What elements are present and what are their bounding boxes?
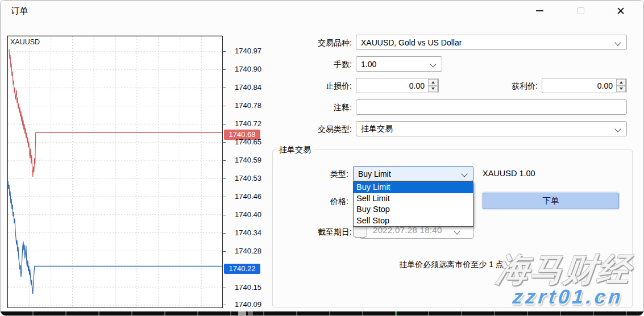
axis-price-label: 1740.28 — [235, 247, 261, 255]
trade-type-label: 交易类型: — [273, 124, 352, 135]
arrow-up-icon — [620, 81, 623, 84]
expiry-label: 截至期日: — [273, 227, 352, 238]
spinner-down-button[interactable] — [616, 86, 626, 93]
stop-loss-label: 止损价: — [273, 81, 352, 92]
arrow-down-icon — [620, 88, 623, 90]
minimize-button[interactable] — [526, 1, 552, 21]
symbol-label: 交易品种: — [273, 38, 352, 48]
take-profit-spinner — [616, 79, 626, 92]
chevron-down-icon — [454, 228, 460, 234]
volume-combobox[interactable]: 1.00 — [356, 56, 442, 72]
background-time-axis — [1, 311, 644, 316]
axis-price-label: 1740.78 — [235, 101, 261, 110]
axis-tick — [223, 215, 226, 215]
close-button[interactable]: ✕ — [608, 1, 634, 21]
order-type-dropdown: Buy LimitSell LimitBuy StopSell Stop — [353, 181, 473, 227]
arrow-down-icon — [431, 88, 435, 90]
take-profit-label: 获利价: — [459, 81, 538, 92]
axis-price-label: 1740.97 — [235, 47, 261, 55]
spinner-up-button[interactable] — [428, 79, 438, 86]
axis-tick — [223, 178, 226, 179]
window-title: 订单 — [11, 6, 28, 16]
axis-tick — [223, 106, 226, 106]
axis-price-label: 1740.53 — [235, 174, 261, 182]
axis-price-label: 1740.15 — [235, 283, 261, 292]
axis-price-label: 1740.65 — [235, 138, 261, 146]
comment-input[interactable] — [356, 99, 627, 115]
taskbar-segment — [248, 311, 253, 316]
order-type-label: 类型: — [270, 169, 348, 180]
bid-tick-line — [8, 181, 222, 294]
pending-order-group-title: 挂单交易 — [276, 145, 314, 155]
taskbar-segment — [238, 311, 246, 316]
time-axis-marker — [395, 311, 397, 316]
maximize-button[interactable] — [568, 1, 594, 21]
axis-tick — [223, 51, 226, 52]
price-scale: 1740.971740.901740.841740.781740.721740.… — [223, 36, 265, 309]
axis-tick — [223, 88, 226, 88]
spinner-up-button[interactable] — [616, 79, 626, 86]
axis-price-label: 1740.09 — [235, 300, 261, 309]
arrow-up-icon — [431, 81, 435, 84]
bid-price-tag: 1740.22 — [224, 264, 260, 274]
close-icon: ✕ — [616, 5, 625, 18]
volume-label: 手数: — [273, 60, 352, 70]
axis-tick — [223, 251, 226, 252]
axis-tick — [223, 305, 226, 305]
dropdown-option-sell-limit[interactable]: Sell Limit — [354, 193, 473, 205]
axis-price-label: 1740.40 — [235, 210, 261, 219]
stop-loss-input[interactable]: 0.00 — [356, 78, 439, 93]
axis-price-label: 1740.84 — [235, 83, 261, 92]
axis-tick — [223, 142, 226, 143]
axis-tick — [223, 124, 226, 124]
stop-loss-spinner — [428, 79, 438, 92]
chevron-down-icon — [614, 126, 621, 132]
place-order-button[interactable]: 下单 — [483, 193, 619, 209]
spinner-down-button[interactable] — [428, 86, 438, 93]
axis-price-label: 1740.46 — [235, 192, 261, 201]
trade-type-value: 挂单交易 — [356, 124, 393, 134]
chart-symbol-label: XAUUSD — [10, 38, 40, 46]
watermark-url: zzrt01.cn — [512, 285, 625, 308]
axis-tick — [223, 233, 226, 234]
chevron-down-icon — [430, 61, 436, 67]
chevron-down-icon — [461, 171, 467, 177]
axis-price-label: 1740.72 — [235, 119, 261, 128]
tick-chart: XAUUSD — [7, 36, 223, 308]
volume-value: 1.00 — [356, 60, 376, 69]
order-summary: XAUUSD 1.00 — [483, 169, 535, 178]
axis-tick — [223, 69, 226, 70]
order-type-combobox[interactable]: Buy Limit — [353, 166, 473, 181]
dropdown-option-buy-stop[interactable]: Buy Stop — [354, 204, 473, 215]
axis-tick — [223, 197, 226, 197]
axis-tick — [223, 288, 226, 288]
comment-label: 注释: — [273, 103, 352, 113]
trade-type-combobox[interactable]: 挂单交易 — [356, 121, 627, 136]
minimize-icon — [536, 10, 543, 11]
price-label: 价格: — [270, 197, 348, 207]
maximize-icon — [577, 7, 584, 14]
chevron-down-icon — [614, 39, 621, 45]
tick-chart-canvas — [8, 36, 222, 307]
symbol-combobox[interactable]: XAUUSD, Gold vs US Dollar — [356, 35, 627, 50]
order-type-value: Buy Limit — [354, 169, 391, 178]
take-profit-input[interactable]: 0.00 — [542, 78, 627, 93]
axis-price-label: 1740.59 — [235, 156, 261, 164]
order-dialog: 订单 ✕ XAUUSD 1740.971740.901740.841740.78… — [0, 0, 644, 316]
symbol-value: XAUUSD, Gold vs US Dollar — [356, 38, 462, 47]
axis-tick — [223, 160, 226, 161]
axis-price-label: 1740.90 — [235, 65, 261, 73]
title-bar[interactable]: 订单 ✕ — [1, 1, 643, 22]
dropdown-option-sell-stop[interactable]: Sell Stop — [354, 215, 473, 227]
dropdown-option-buy-limit[interactable]: Buy Limit — [354, 182, 473, 193]
axis-price-label: 1740.34 — [235, 228, 261, 237]
